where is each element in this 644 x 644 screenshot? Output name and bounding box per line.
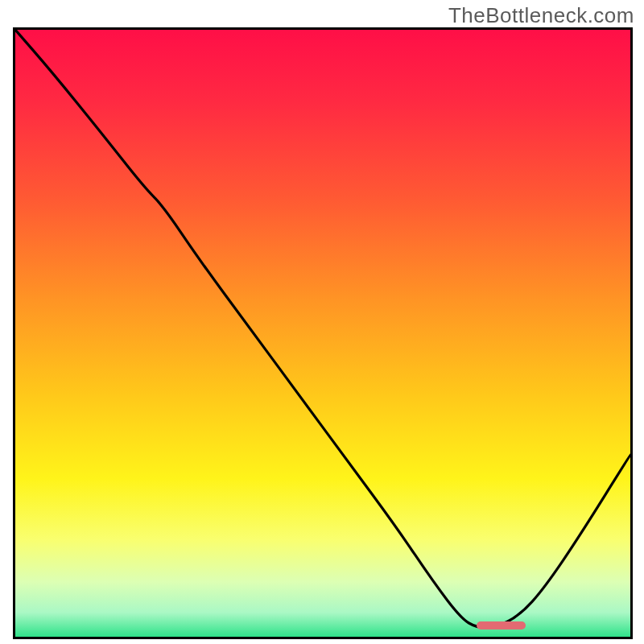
plot-area — [13, 27, 633, 639]
chart-container: TheBottleneck.com — [0, 0, 644, 644]
curve-layer — [15, 30, 630, 637]
bottleneck-curve — [15, 30, 630, 628]
watermark-text: TheBottleneck.com — [448, 3, 634, 28]
optimal-zone-marker — [477, 621, 526, 630]
